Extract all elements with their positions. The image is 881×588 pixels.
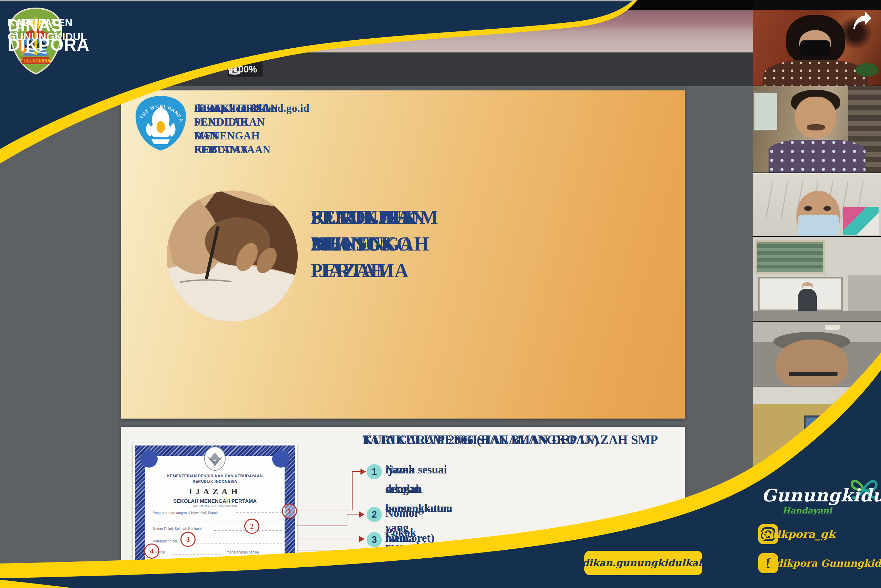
cert-field-line	[236, 512, 283, 513]
papers	[843, 207, 879, 235]
distant-person-mask	[803, 286, 812, 289]
item-badge-3: 3	[367, 532, 382, 547]
pdf-toolbar: 12 / 55 − 100% +	[0, 52, 753, 86]
connector-line	[297, 510, 352, 510]
brand-name: Gunungkidul	[762, 485, 879, 506]
rotate-page-icon[interactable]	[228, 63, 241, 76]
item-badge-1: 1	[367, 464, 382, 479]
cert-field-line	[153, 521, 284, 521]
desk	[753, 311, 881, 321]
participant-face	[776, 339, 848, 386]
connector-arrow	[359, 536, 365, 542]
batik-shirt	[769, 140, 866, 172]
cert-field3-label: Kabupaten/Kota	[153, 539, 178, 543]
website-url: pendidikan.gunungkidulkab.go.id	[551, 557, 735, 568]
cert-year: TAHUN PELAJARAN 2020/2021	[133, 504, 297, 508]
facebook-name: Disdikpora Gunungkidul	[758, 558, 881, 569]
slide-page-12: TUT WURI HANDAYANI KEMENTERIAN PENDIDIKA…	[121, 90, 685, 418]
distant-person-body	[798, 289, 817, 310]
cert-ministry-line2: REPUBLIK INDONESIA	[133, 479, 297, 483]
cert-field-line	[171, 554, 222, 555]
cert-ministry-line1: KEMENTERIAN PENDIDIKAN DAN KEBUDAYAAN	[133, 474, 297, 478]
hand-writing-photo	[166, 190, 298, 322]
cert-field1-label: Yang bertanda tangan di bawah ini, Kepal…	[153, 511, 219, 515]
cert-marker-3: 3	[180, 532, 196, 547]
slide2-title-line2: KURIKULUM 2006 (HALAMAN DEPAN)	[363, 432, 599, 448]
svg-text:GUNUNGKIDUL: GUNUNGKIDUL	[20, 58, 51, 63]
face-mask-blue	[798, 214, 839, 236]
participant-face	[795, 97, 836, 138]
top-letterbox	[0, 0, 881, 10]
participant-video-2[interactable]	[753, 86, 881, 172]
item3-line2: mencoret) me	[385, 528, 434, 567]
ceiling-light	[825, 325, 840, 330]
participant-video-5[interactable]	[753, 321, 881, 386]
cert-field4b-label: menerangkan bahwa	[227, 550, 259, 554]
participant-eye	[804, 206, 812, 211]
item-badge-2: 2	[367, 507, 382, 522]
window	[753, 92, 779, 131]
garuda-emblem	[204, 446, 226, 471]
cert-field-line	[184, 543, 283, 543]
title-line4: KURIKULUM 2006	[311, 204, 438, 257]
cert-doc-title: IJAZAH	[133, 487, 297, 496]
participant-video-4[interactable]	[753, 236, 881, 321]
agency-region: KABUPATEN GUNUNGKIDUL	[7, 16, 87, 44]
ijazah-certificate-preview: KEMENTERIAN PENDIDIKAN DAN KEBUDAYAAN RE…	[133, 443, 297, 588]
cert-marker-1: 1	[282, 504, 297, 519]
participant-video-6[interactable]	[753, 386, 881, 483]
cert-marker-2: 2	[244, 519, 259, 534]
connector-line	[347, 514, 361, 514]
connector-arrow	[359, 512, 365, 518]
participant-mouth	[807, 124, 825, 130]
tut-wuri-handayani-logo: TUT WURI HANDAYANI	[134, 95, 187, 151]
connector-line	[347, 514, 348, 526]
border-corner-circle	[140, 450, 157, 468]
window-blinds	[755, 240, 824, 274]
brand-tagline: Handayani	[782, 506, 879, 516]
screenshot-root: 12 / 55 − 100% + TUT	[0, 0, 881, 588]
website-pill: pendidikan.gunungkidulkab.go.id	[584, 551, 702, 575]
connector-line	[352, 471, 352, 510]
participant-video-3[interactable]	[753, 172, 881, 236]
connector-arrow	[361, 469, 366, 475]
border-corner-circle	[272, 450, 289, 468]
cert-field2-label: Nomor Pokok Sekolah Nasional	[153, 527, 201, 531]
glasses	[789, 372, 838, 376]
cabinet	[848, 275, 881, 310]
gunungkidul-brand-block: Gunungkidul Handayani	[762, 485, 879, 516]
cert-marker-4: 4	[144, 543, 159, 559]
cert-school-level: SEKOLAH MENENGAH PERTAMA	[133, 498, 297, 504]
share-arrow-icon[interactable]	[851, 11, 873, 30]
plant	[856, 63, 879, 76]
participant-shoulders	[763, 60, 868, 86]
social-handle: @dikpora_gk	[758, 528, 835, 540]
face-mask	[800, 40, 830, 56]
org-line3: ditsmp.kemdikbud.go.id	[194, 102, 309, 115]
person-silhouette	[827, 433, 856, 469]
blurred-browser-band	[0, 10, 753, 52]
